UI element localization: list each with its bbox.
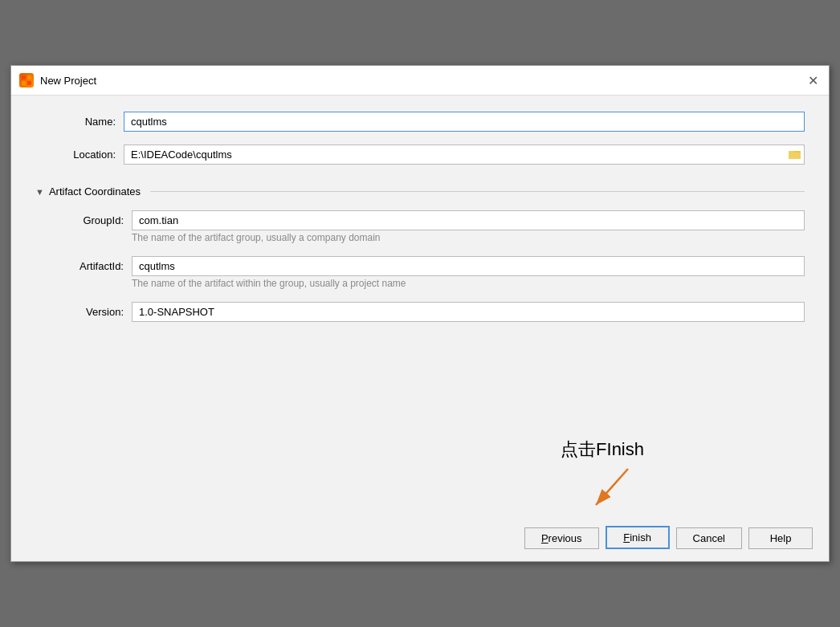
location-row: Location: [35, 145, 805, 165]
previous-button[interactable]: Previous [524, 527, 599, 549]
version-input[interactable] [132, 302, 805, 322]
finish-label: Finish [623, 531, 651, 544]
folder-browse-icon[interactable] [789, 149, 801, 161]
artifactid-input[interactable] [132, 256, 805, 276]
help-label: Help [770, 532, 792, 544]
version-input-col [132, 302, 805, 322]
version-label: Version: [35, 302, 124, 318]
previous-label: Previous [541, 532, 582, 544]
dialog-body: Name: Location: ▼ Artifac [11, 96, 829, 481]
groupid-row: GroupId: The name of the artifact group,… [35, 210, 805, 253]
location-label: Location: [35, 149, 116, 161]
app-icon [19, 73, 34, 88]
artifactid-input-col: The name of the artifact within the grou… [132, 256, 805, 299]
new-project-dialog: New Project ✕ Name: Location: [10, 65, 830, 562]
artifactid-hint: The name of the artifact within the grou… [132, 278, 805, 289]
name-row: Name: [35, 112, 805, 132]
svg-rect-2 [22, 81, 26, 85]
name-input[interactable] [124, 112, 805, 132]
help-button[interactable]: Help [748, 527, 813, 549]
location-input[interactable] [124, 145, 805, 165]
svg-rect-6 [789, 153, 801, 159]
version-row: Version: [35, 302, 805, 322]
svg-rect-1 [27, 75, 31, 79]
groupid-input-col: The name of the artifact group, usually … [132, 210, 805, 253]
finish-button[interactable]: Finish [606, 526, 670, 549]
section-divider [150, 191, 805, 192]
name-label: Name: [35, 116, 116, 128]
cancel-button[interactable]: Cancel [676, 527, 742, 549]
groupid-hint: The name of the artifact group, usually … [132, 232, 805, 243]
section-title: Artifact Coordinates [49, 185, 141, 197]
title-bar: New Project ✕ [11, 66, 829, 96]
dialog-title: New Project [40, 75, 798, 87]
artifactid-row: ArtifactId: The name of the artifact wit… [35, 256, 805, 299]
section-collapse-arrow[interactable]: ▼ [35, 187, 44, 197]
body-spacer [35, 325, 805, 465]
close-button[interactable]: ✕ [805, 72, 821, 88]
artifactid-label: ArtifactId: [35, 256, 124, 272]
groupid-label: GroupId: [35, 210, 124, 226]
svg-rect-0 [22, 75, 26, 79]
footer: 点击FInish Previous Finish Cancel Help [11, 481, 829, 561]
location-input-wrap [124, 145, 805, 165]
name-input-wrap [124, 112, 805, 132]
cancel-label: Cancel [693, 532, 725, 544]
svg-rect-3 [27, 81, 31, 85]
groupid-input[interactable] [132, 210, 805, 230]
artifact-section-header: ▼ Artifact Coordinates [35, 185, 805, 197]
